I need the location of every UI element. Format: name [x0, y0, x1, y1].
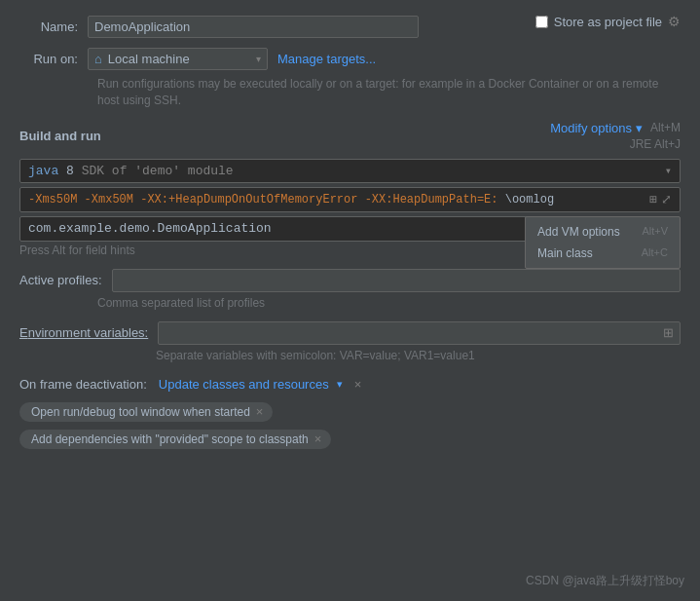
manage-targets-link[interactable]: Manage targets...: [277, 52, 376, 66]
vm-options-popup: Add VM options Alt+V Main class Alt+C: [525, 216, 681, 269]
active-profiles-row: Active profiles:: [19, 269, 681, 292]
vm-options-container: -Xms50M -Xmx50M -XX:+HeapDumpOnOutOfMemo…: [19, 187, 681, 212]
vm-options-text: -Xms50M -Xmx50M -XX:+HeapDumpOnOutOfMemo…: [28, 193, 554, 207]
chevron-down-icon: ▾: [256, 54, 261, 64]
tags-row-2: Add dependencies with "provided" scope t…: [19, 430, 681, 449]
env-variables-row: Environment variables: ⊞: [19, 321, 681, 345]
store-project-checkbox[interactable]: [535, 16, 548, 28]
vm-options-field[interactable]: -Xms50M -Xmx50M -XX:+HeapDumpOnOutOfMemo…: [19, 187, 681, 212]
active-profiles-label: Active profiles:: [19, 273, 112, 287]
main-class-shortcut: Alt+C: [642, 246, 668, 260]
local-machine-text: Local machine: [108, 52, 250, 66]
profiles-hint: Comma separated list of profiles: [97, 296, 681, 310]
update-chevron-icon[interactable]: ▾: [337, 378, 343, 391]
sdk-field[interactable]: java 8 SDK of 'demo' module ▾: [19, 159, 681, 183]
env-input-wrapper: ⊞: [158, 321, 681, 345]
sdk-chevron-icon: ▾: [665, 164, 672, 178]
build-run-title: Build and run: [19, 129, 101, 143]
main-class-label: Main class: [537, 246, 593, 260]
java-keyword: java: [28, 164, 58, 178]
sdk-label-text: SDK of 'demo' module: [82, 164, 234, 178]
open-run-close-icon[interactable]: ×: [256, 405, 264, 418]
add-deps-close-icon[interactable]: ×: [314, 432, 322, 445]
tags-row: Open run/debug tool window when started …: [19, 402, 681, 422]
add-deps-label: Add dependencies with "provided" scope t…: [31, 432, 309, 446]
frame-deactivation-tag: On frame deactivation: Update classes an…: [19, 374, 361, 394]
profiles-input[interactable]: [112, 269, 681, 292]
env-hint: Separate variables with semicolon: VAR=v…: [156, 349, 681, 362]
env-input[interactable]: [165, 325, 663, 340]
env-label: Environment variables:: [19, 325, 158, 340]
update-classes-link[interactable]: Update classes and resources: [159, 377, 329, 392]
store-project-label: Store as project file: [554, 15, 662, 29]
vm-path: \oomlog: [505, 193, 554, 207]
store-project-area: Store as project file ⚙: [535, 14, 681, 29]
vm-flags: -Xms50M -Xmx50M -XX:+HeapDumpOnOutOfMemo…: [28, 193, 497, 207]
run-hint-text: Run configurations may be executed local…: [97, 76, 681, 109]
modify-options-row: Modify options ▾ Alt+M: [550, 121, 681, 135]
modify-options-link[interactable]: Modify options ▾ Alt+M: [550, 121, 681, 135]
java-version: 8: [66, 164, 82, 178]
modify-chevron-icon: ▾: [636, 121, 643, 135]
build-run-fields: java 8 SDK of 'demo' module ▾ -Xms50M -X…: [19, 159, 681, 242]
add-vm-options-item[interactable]: Add VM options Alt+V: [526, 221, 680, 243]
add-vm-shortcut: Alt+V: [642, 225, 668, 239]
name-label: Name:: [19, 19, 88, 34]
modify-options-label: Modify options: [550, 121, 632, 135]
update-close-icon[interactable]: ×: [354, 378, 362, 391]
copy-icon[interactable]: ⊞: [649, 192, 657, 207]
run-on-select[interactable]: ⌂ Local machine ▾: [88, 48, 268, 70]
expand-icon[interactable]: ⤢: [661, 192, 672, 207]
env-expand-icon[interactable]: ⊞: [663, 325, 674, 340]
vm-field-icons: ⊞ ⤢: [649, 192, 672, 207]
main-class-item[interactable]: Main class Alt+C: [526, 243, 680, 264]
env-label-rest: nvironment variables:: [28, 325, 149, 340]
gear-icon[interactable]: ⚙: [668, 14, 681, 29]
sdk-field-text: java 8 SDK of 'demo' module: [28, 164, 659, 178]
add-vm-options-label: Add VM options: [537, 225, 620, 239]
frame-deactivation-row: On frame deactivation: Update classes an…: [19, 374, 681, 394]
modify-shortcut: Alt+M: [650, 121, 681, 134]
name-input[interactable]: [88, 16, 419, 38]
watermark: CSDN @java路上升级打怪boy: [526, 573, 684, 589]
run-configuration-dialog: Name: Store as project file ⚙ Run on: ⌂ …: [0, 0, 700, 601]
env-label-underline: E: [19, 325, 28, 340]
add-deps-tag: Add dependencies with "provided" scope t…: [19, 430, 331, 449]
jre-hint: JRE Alt+J: [630, 137, 681, 151]
home-icon: ⌂: [94, 52, 102, 66]
open-run-tag: Open run/debug tool window when started …: [19, 402, 273, 422]
frame-deactivation-label: On frame deactivation:: [19, 377, 147, 392]
open-run-label: Open run/debug tool window when started: [31, 405, 250, 419]
run-on-row: Run on: ⌂ Local machine ▾ Manage targets…: [19, 48, 681, 70]
build-run-section: Build and run Modify options ▾ Alt+M JRE…: [19, 121, 681, 151]
run-on-label: Run on:: [19, 52, 88, 66]
